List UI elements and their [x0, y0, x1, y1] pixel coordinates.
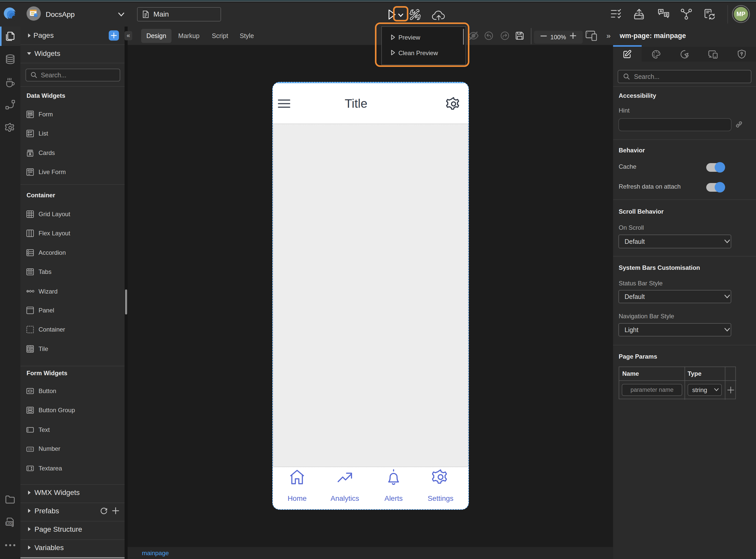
svg-text:123: 123 — [28, 448, 32, 451]
svg-text:LOG: LOG — [6, 522, 13, 525]
